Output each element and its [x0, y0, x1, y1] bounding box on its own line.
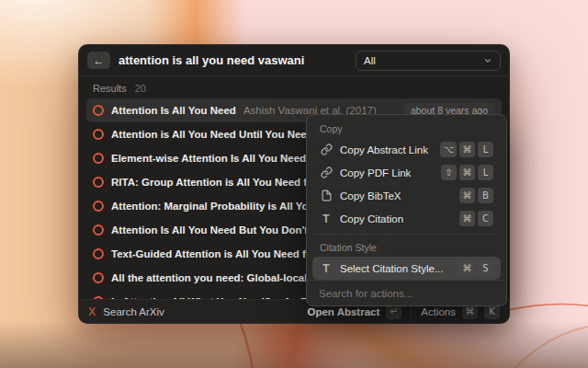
menu-item-copy-pdf-link[interactable]: Copy PDF Link ⇧ ⌘ L: [312, 161, 501, 184]
menu-item-label: Copy BibTeX: [340, 190, 401, 201]
actions-search-row: [307, 280, 506, 305]
paper-ring-icon: [93, 201, 104, 212]
actions-search-input[interactable]: [319, 288, 494, 299]
actions-button[interactable]: Actions: [421, 306, 456, 317]
arxiv-logo-icon: X: [88, 305, 96, 318]
paper-ring-icon: [93, 177, 104, 188]
results-count: 20: [135, 83, 146, 94]
menu-item-label: Copy Abstract Link: [340, 144, 428, 155]
paper-ring-icon: [93, 224, 104, 236]
open-abstract-button[interactable]: Open Abstract: [307, 306, 379, 317]
s-key-icon: S: [478, 260, 493, 276]
shortcut-keys: ⌘ B: [459, 188, 493, 203]
paper-ring-icon: [93, 248, 104, 259]
shortcut-keys: ⌘ C: [459, 211, 493, 226]
result-title: Element-wise Attention Is All You Need: [111, 153, 306, 164]
search-header: ← attention is all you need vaswani All: [79, 45, 509, 76]
menu-item-label: Copy PDF Link: [340, 167, 411, 178]
menu-item-label: Copy Citation: [340, 213, 403, 224]
cmd-key-icon: ⌘: [459, 165, 475, 180]
back-button[interactable]: ←: [87, 52, 110, 69]
file-icon: [320, 190, 333, 201]
shift-key-icon: ⇧: [441, 165, 457, 180]
link-icon: [320, 167, 333, 178]
paper-ring-icon: [93, 153, 104, 164]
paper-ring-icon: [93, 129, 104, 140]
search-query-input[interactable]: attention is all you need vaswani: [119, 53, 304, 67]
b-key-icon: B: [478, 188, 493, 203]
menu-item-copy-abstract-link[interactable]: Copy Abstract Link ⌥ ⌘ L: [312, 138, 501, 161]
menu-section-citation-style: Citation Style: [312, 238, 501, 257]
results-section-header: Results 20: [79, 76, 509, 95]
paper-ring-icon: [93, 272, 104, 283]
divider: [411, 305, 412, 317]
menu-divider: [314, 234, 499, 235]
l-key-icon: L: [478, 165, 493, 180]
option-key-icon: ⌥: [440, 142, 457, 157]
paper-ring-icon: [93, 105, 104, 116]
chevron-down-icon: [483, 56, 492, 65]
shortcut-keys: ⌘ S: [459, 260, 493, 276]
c-key-icon: C: [478, 211, 493, 226]
extension-name: Search ArXiv: [103, 306, 164, 317]
cmd-key-icon: ⌘: [459, 142, 475, 157]
text-icon: T: [320, 213, 333, 225]
menu-item-label: Select Citation Style...: [340, 263, 444, 274]
cmd-key-icon: ⌘: [459, 211, 475, 226]
cmd-key-icon: ⌘: [459, 188, 475, 203]
actions-context-menu: Copy Copy Abstract Link ⌥ ⌘ L Copy PDF L…: [306, 114, 507, 306]
menu-item-copy-citation[interactable]: T Copy Citation ⌘ C: [312, 207, 501, 230]
menu-item-copy-bibtex[interactable]: Copy BibTeX ⌘ B: [312, 184, 501, 207]
cmd-key-icon: ⌘: [459, 260, 475, 276]
back-arrow-icon: ←: [94, 54, 105, 67]
desktop: ← attention is all you need vaswani All …: [0, 0, 588, 368]
l-key-icon: L: [478, 142, 493, 157]
menu-section-copy: Copy: [312, 120, 501, 138]
shortcut-keys: ⇧ ⌘ L: [441, 165, 493, 180]
shortcut-keys: ⌥ ⌘ L: [440, 142, 493, 157]
filter-value: All: [364, 55, 376, 66]
result-title: Attention Is All You Need: [111, 105, 236, 116]
text-icon: T: [320, 262, 333, 275]
wallpaper-vignette: [0, 320, 588, 368]
menu-item-select-citation-style[interactable]: T Select Citation Style... ⌘ S: [312, 257, 501, 280]
link-icon: [320, 144, 333, 155]
results-label: Results: [93, 83, 127, 94]
filter-dropdown[interactable]: All: [356, 51, 501, 71]
